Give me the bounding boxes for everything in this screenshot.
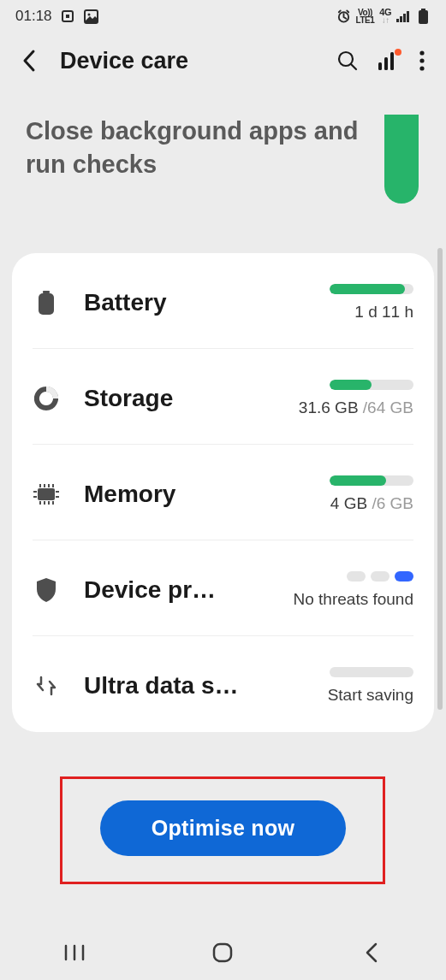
gallery-icon [84, 9, 98, 24]
ultra-data-saving-info: Start saving [268, 667, 413, 705]
navigation-bar [0, 925, 446, 980]
memory-label: Memory [84, 481, 244, 508]
battery-label: Battery [84, 289, 244, 316]
storage-label: Storage [84, 385, 244, 412]
app-bar: Device care [0, 32, 446, 89]
shield-icon [33, 573, 60, 607]
svg-rect-9 [421, 9, 425, 10]
svg-rect-12 [378, 62, 382, 70]
memory-progress [330, 475, 413, 486]
data-saving-icon [33, 669, 60, 703]
battery-icon [416, 9, 431, 24]
status-indicator-pill [384, 115, 419, 204]
svg-rect-14 [390, 52, 394, 70]
page-title: Device care [60, 48, 318, 74]
device-protection-info: No threats found [268, 571, 413, 609]
storage-row[interactable]: Storage 31.6 GB /64 GB [33, 349, 413, 445]
storage-info: 31.6 GB /64 GB [268, 380, 413, 417]
ultra-data-saving-label: Ultra data s… [84, 672, 244, 700]
ultra-data-saving-row[interactable]: Ultra data s… Start saving [33, 636, 413, 732]
search-button[interactable] [336, 50, 359, 72]
memory-icon [33, 477, 60, 511]
ultra-data-progress [330, 667, 413, 677]
svg-rect-18 [43, 291, 50, 293]
svg-rect-7 [403, 14, 406, 22]
network-gen-label: 4G ↓↑ [379, 9, 391, 24]
status-time: 01:18 [15, 8, 52, 25]
memory-usage: 4 GB /6 GB [330, 494, 413, 513]
svg-rect-36 [214, 944, 231, 961]
battery-progress [330, 284, 413, 294]
storage-icon [33, 381, 60, 416]
battery-icon [33, 286, 60, 320]
home-button[interactable] [197, 942, 248, 964]
battery-row[interactable]: Battery 1 d 11 h [33, 253, 413, 349]
memory-info: 4 GB /6 GB [268, 475, 413, 513]
recents-button[interactable] [49, 943, 100, 962]
scroll-indicator[interactable] [437, 248, 443, 710]
device-protection-status: No threats found [294, 590, 413, 609]
svg-rect-5 [396, 19, 399, 22]
summary-section: Close background apps and run checks [0, 89, 446, 204]
status-right: Vo)) LTE1 4G ↓↑ [336, 9, 431, 24]
notification-dot-icon [395, 49, 401, 56]
more-options-button[interactable] [419, 50, 425, 72]
device-protection-label: Device pr… [84, 576, 244, 604]
summary-text: Close background apps and run checks [26, 115, 367, 181]
storage-progress [330, 380, 413, 390]
svg-rect-10 [419, 10, 428, 24]
svg-rect-6 [400, 16, 402, 22]
network-usage-button[interactable] [378, 50, 400, 71]
svg-rect-13 [384, 57, 388, 70]
svg-point-3 [87, 13, 90, 15]
svg-rect-1 [66, 15, 69, 18]
svg-point-16 [419, 58, 424, 62]
svg-rect-8 [407, 11, 409, 22]
signal-icon [396, 9, 411, 24]
status-left: 01:18 [15, 8, 98, 25]
status-bar: 01:18 Vo)) LTE1 4G ↓↑ [0, 0, 446, 32]
nav-back-button[interactable] [346, 942, 397, 964]
svg-point-17 [419, 66, 424, 70]
storage-usage: 31.6 GB /64 GB [299, 398, 413, 417]
device-protection-row[interactable]: Device pr… No threats found [33, 540, 413, 636]
device-care-card: Battery 1 d 11 h Storage 31.6 GB /64 GB … [12, 253, 434, 732]
status-icon-1 [61, 9, 75, 24]
device-protection-dots [347, 571, 413, 582]
alarm-icon [336, 9, 351, 24]
memory-row[interactable]: Memory 4 GB /6 GB [33, 445, 413, 540]
volte-label: Vo)) LTE1 [356, 9, 375, 24]
svg-rect-19 [39, 293, 54, 315]
ultra-data-status: Start saving [328, 686, 413, 705]
svg-point-15 [419, 50, 424, 55]
battery-remaining: 1 d 11 h [354, 303, 413, 322]
svg-rect-20 [38, 488, 55, 500]
back-button[interactable] [21, 48, 38, 74]
optimise-now-button[interactable]: Optimise now [100, 800, 347, 856]
battery-info: 1 d 11 h [268, 284, 413, 322]
